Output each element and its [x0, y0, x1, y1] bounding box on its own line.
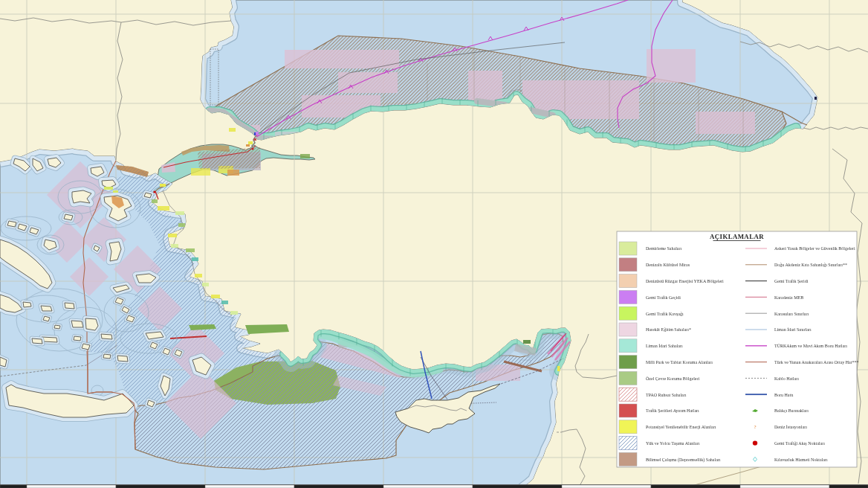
svg-text:?: ?: [754, 424, 756, 430]
svg-text:Karadeniz MEB: Karadeniz MEB: [774, 295, 803, 300]
svg-text:Trafik Şeritleri Ayırım Hatlar: Trafik Şeritleri Ayırım Hatları: [646, 408, 699, 413]
svg-text:Boru Hattı: Boru Hattı: [774, 393, 794, 397]
svg-text:Yük ve Yolcu Taşıma Alanları: Yük ve Yolcu Taşıma Alanları: [646, 441, 700, 446]
svg-text:Denizaltı Kültürel Miras: Denizaltı Kültürel Miras: [646, 263, 690, 267]
svg-text:TÜRKAkım ve Mavi Akım Boru Hat: TÜRKAkım ve Mavi Akım Boru Hatları: [774, 344, 847, 348]
svg-text:AÇIKLAMALAR: AÇIKLAMALAR: [710, 233, 764, 240]
svg-text:Demirleme Sahaları: Demirleme Sahaları: [646, 246, 681, 251]
svg-text:Askeri Yasak Bölgeler ve Güven: Askeri Yasak Bölgeler ve Güvenlik Bölgel…: [774, 246, 855, 251]
svg-text:Kablo Hatları: Kablo Hatları: [774, 376, 799, 381]
svg-text:Potansiyel Yenilenebilir Enerj: Potansiyel Yenilenebilir Enerji Alanları: [646, 425, 716, 429]
svg-text:Harekât Eğitim Sahaları*: Harekât Eğitim Sahaları*: [646, 327, 691, 332]
svg-text:Doğu Akdeniz Kıta Sahanlığı Sı: Doğu Akdeniz Kıta Sahanlığı Sınırları**: [774, 263, 847, 267]
svg-text:Milli Park ve Tabiat Koruma Al: Milli Park ve Tabiat Koruma Alanları: [646, 360, 713, 365]
svg-text:Kılavuzluk Hizmeti Noktaları: Kılavuzluk Hizmeti Noktaları: [774, 458, 828, 462]
svg-text:Balıkçı Barınakları: Balıkçı Barınakları: [774, 408, 809, 413]
svg-text:Karasuları Sınırları: Karasuları Sınırları: [774, 312, 809, 316]
svg-text:Gemi Trafik Şeridi: Gemi Trafik Şeridi: [774, 279, 809, 283]
svg-text:Bilimsel Çalışma (Depremsellik: Bilimsel Çalışma (Depremsellik) Sahaları: [646, 458, 721, 463]
svg-text:Gemi Trafik Geçidi: Gemi Trafik Geçidi: [646, 295, 681, 300]
svg-text:Gemi Trafiği Akış Noktaları: Gemi Trafiği Akış Noktaları: [774, 441, 825, 446]
svg-text:Deniz İstasyonları: Deniz İstasyonları: [774, 425, 807, 429]
svg-text:Gemi Trafik Kavşağı: Gemi Trafik Kavşağı: [646, 312, 684, 316]
svg-text:Türk ve Yunan Anakaraları Aras: Türk ve Yunan Anakaraları Arası Ortay Ha…: [774, 360, 858, 365]
svg-text:TPAO Ruhsat Sahaları: TPAO Ruhsat Sahaları: [646, 393, 687, 397]
svg-text:Liman İdari Sahaları: Liman İdari Sahaları: [646, 344, 683, 348]
svg-text:Özel Çevre Koruma Bölgeleri: Özel Çevre Koruma Bölgeleri: [646, 376, 699, 381]
svg-text:Denizüstü Rüzgar Enerjisi YEKA: Denizüstü Rüzgar Enerjisi YEKA Bölgeleri: [646, 279, 724, 283]
svg-text:Liman İdari Sınırları: Liman İdari Sınırları: [774, 327, 812, 332]
